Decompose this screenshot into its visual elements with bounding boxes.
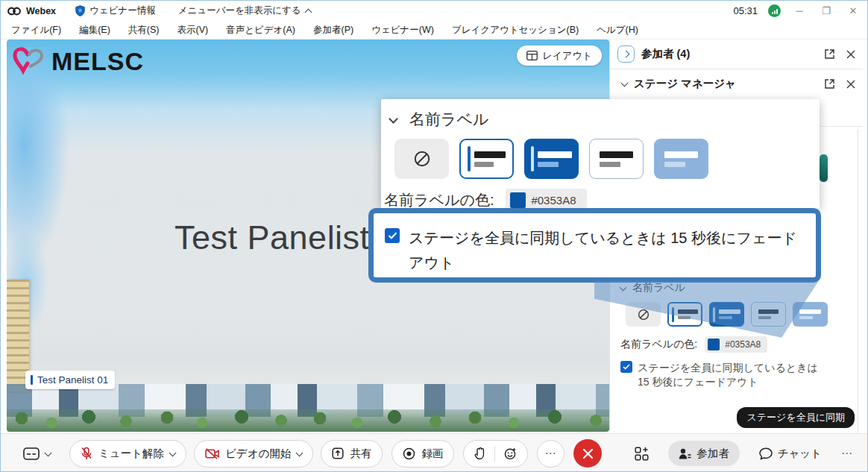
mic-muted-icon <box>81 447 92 460</box>
style-blue-button[interactable] <box>524 139 579 179</box>
record-button[interactable]: 録画 <box>391 440 454 468</box>
menu-help[interactable]: ヘルプ(H) <box>597 24 638 37</box>
chevron-down-icon[interactable] <box>621 80 629 87</box>
unmute-button[interactable]: ミュート解除 <box>69 440 186 468</box>
menu-share[interactable]: 共有(S) <box>128 24 160 37</box>
menu-breakout[interactable]: ブレイクアウトセッション(B) <box>452 24 579 37</box>
maximize-button[interactable]: ❐ <box>818 5 834 16</box>
start-video-button[interactable]: ビデオの開始 <box>194 440 313 468</box>
checkbox-checked-icon[interactable] <box>620 361 632 373</box>
menu-view[interactable]: 表示(V) <box>177 24 208 37</box>
stage-participant-name: Test Panelist <box>174 218 370 257</box>
unmute-label: ミュート解除 <box>98 447 164 461</box>
layout-button[interactable]: レイアウト <box>517 45 602 66</box>
chevron-right-icon <box>623 51 630 58</box>
chevron-down-icon <box>45 449 52 456</box>
style-light-accent-button[interactable] <box>459 139 514 179</box>
webex-logo-icon <box>7 6 22 16</box>
color-picker-chip[interactable]: #0353A8 <box>705 336 767 353</box>
share-label: 共有 <box>350 447 371 461</box>
minimize-button[interactable]: ─ <box>791 5 808 16</box>
brand-name: MELSC <box>51 47 144 76</box>
none-icon <box>412 149 432 169</box>
stage-thumbnail-edge <box>820 154 828 182</box>
chevron-up-icon <box>304 8 312 16</box>
webinar-info-label: ウェビナー情報 <box>89 4 156 17</box>
color-swatch <box>708 339 720 350</box>
stage-manager-title: ステージ マネージャ <box>634 77 736 91</box>
color-value: #0353A8 <box>725 339 761 350</box>
panel-toggles: 参加者 チャット ⋯ <box>635 441 867 466</box>
chevron-down-icon <box>389 114 398 124</box>
participants-icon <box>679 448 691 459</box>
control-bar: ミュート解除 ビデオの開始 共有 録画 ⋯ 参 <box>1 433 867 472</box>
layout-label: レイアウト <box>542 49 592 63</box>
style-none-button[interactable] <box>394 139 449 179</box>
start-video-label: ビデオの開始 <box>225 447 291 461</box>
style-light-plain-button[interactable] <box>589 139 644 179</box>
cc-icon <box>23 447 40 460</box>
popup-header[interactable]: 名前ラベル <box>381 99 820 130</box>
leave-meeting-button[interactable] <box>573 439 602 468</box>
participants-toggle-label: 参加者 <box>696 447 729 461</box>
fade-setting-text: ステージを全員に同期しているときは 15 秒後にフェード アウト <box>409 226 797 277</box>
chat-toggle-button[interactable]: チャット <box>759 447 822 461</box>
reactions-icon[interactable] <box>504 447 517 460</box>
titlebar: Webex ウェビナー情報 メニューバーを非表示にする 05:31 ─ ❐ ✕ <box>1 1 867 21</box>
popout-icon[interactable] <box>825 49 834 59</box>
share-button[interactable]: 共有 <box>321 440 383 468</box>
expand-participants-button[interactable] <box>617 45 635 63</box>
brand-logo: MELSC <box>13 45 144 77</box>
captions-button[interactable] <box>23 447 51 460</box>
leave-x-icon <box>582 448 594 459</box>
share-icon <box>332 447 344 459</box>
app-name: Webex <box>26 6 56 16</box>
color-value: #0353A8 <box>531 194 576 207</box>
app-logo-group: Webex <box>7 6 75 16</box>
shield-icon <box>75 5 85 16</box>
fade-checkbox-row[interactable]: ステージを全員に同期しているときは 15 秒後にフェードアウト <box>610 353 863 389</box>
chat-icon <box>759 447 773 460</box>
stage-manager-header: ステージ マネージャ <box>610 69 863 98</box>
menu-file[interactable]: ファイル(F) <box>11 24 61 37</box>
connection-quality-icon[interactable] <box>768 4 781 17</box>
raise-hand-icon[interactable] <box>474 447 485 460</box>
popup-style-row <box>381 130 820 179</box>
webex-window: Webex ウェビナー情報 メニューバーを非表示にする 05:31 ─ ❐ ✕ … <box>0 0 868 472</box>
style-translucent-button[interactable] <box>654 139 708 179</box>
chevron-down-icon <box>169 449 177 456</box>
record-label: 録画 <box>421 447 443 461</box>
chevron-down-icon <box>296 449 304 456</box>
close-panel-icon[interactable] <box>846 50 855 59</box>
name-label-color-row: 名前ラベルの色: #0353A8 <box>610 336 863 353</box>
hide-menubar-button[interactable]: メニューバーを非表示にする <box>178 4 311 17</box>
menu-audio-video[interactable]: 音声とビデオ(A) <box>226 24 295 37</box>
close-window-button[interactable]: ✕ <box>845 5 861 16</box>
hide-menubar-label: メニューバーを非表示にする <box>178 4 301 17</box>
color-swatch <box>510 192 526 208</box>
fade-checkbox-text: ステージを全員に同期しているときは 15 秒後にフェードアウト <box>638 361 818 389</box>
more-panels-button[interactable]: ⋯ <box>841 447 854 460</box>
city-trees <box>7 409 609 432</box>
menu-webinar[interactable]: ウェビナー(W) <box>371 24 434 37</box>
record-icon <box>403 447 415 460</box>
name-label-text: Test Panelist 01 <box>37 374 108 386</box>
name-label-badge: Test Panelist 01 <box>25 371 115 389</box>
more-options-button[interactable]: ⋯ <box>537 440 564 468</box>
participants-toggle-button[interactable]: 参加者 <box>668 441 740 466</box>
close-panel-icon[interactable] <box>846 80 855 89</box>
apps-icon[interactable] <box>635 447 649 461</box>
color-label: 名前ラベルの色: <box>620 338 697 351</box>
camera-muted-icon <box>205 448 219 459</box>
sync-stage-button[interactable]: ステージを全員に同期 <box>737 407 855 428</box>
menu-edit[interactable]: 編集(E) <box>79 24 110 37</box>
layout-icon <box>526 51 538 60</box>
divider <box>494 446 495 461</box>
webinar-info-button[interactable]: ウェビナー情報 <box>75 4 156 17</box>
menu-participants[interactable]: 参加者(P) <box>313 24 353 37</box>
fade-setting-callout: ステージを全員に同期しているときは 15 秒後にフェード アウト <box>368 208 821 283</box>
popout-icon[interactable] <box>825 79 834 89</box>
name-label-accent-bar <box>31 375 33 385</box>
menubar: ファイル(F) 編集(E) 共有(S) 表示(V) 音声とビデオ(A) 参加者(… <box>1 21 867 40</box>
checkbox-checked-icon[interactable] <box>385 228 400 243</box>
